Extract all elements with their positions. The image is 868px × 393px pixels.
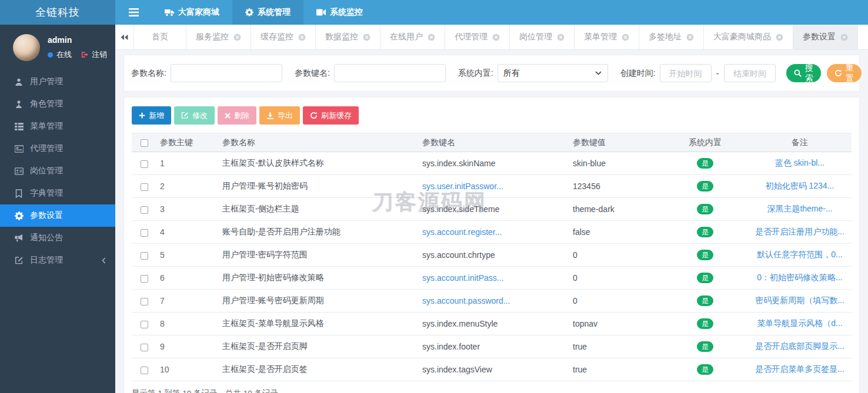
row-checkbox[interactable] [141, 344, 148, 351]
param-name-input[interactable] [171, 64, 282, 82]
tab-close-icon[interactable] [363, 33, 370, 41]
tab[interactable]: 岗位管理 [510, 25, 575, 49]
remark-link[interactable]: 初始化密码 1234... [766, 181, 834, 190]
add-button[interactable]: 新增 [132, 106, 171, 125]
table-row[interactable]: 4 账号自助-是否开启用户注册功能 sys.account.register..… [132, 221, 852, 244]
tab-close-icon[interactable] [428, 33, 435, 41]
row-checkbox[interactable] [141, 229, 148, 237]
tab-close-icon[interactable] [622, 33, 629, 41]
sidebar-item[interactable]: 通知公告 [0, 227, 115, 249]
edit-button[interactable]: 修改 [174, 106, 215, 125]
tab[interactable]: 菜单管理 [575, 25, 639, 49]
remark-link[interactable]: 密码更新周期（填写数... [755, 295, 844, 305]
edit-icon [14, 256, 24, 265]
tab-close-icon[interactable] [686, 33, 694, 41]
menu-list-icon [14, 123, 24, 130]
topnav-item[interactable]: 系统管理 [232, 0, 303, 25]
sidebar-toggle-button[interactable] [115, 0, 152, 25]
sidebar-item[interactable]: 角色管理 [0, 93, 115, 115]
param-id-cell: 7 [156, 290, 219, 313]
remark-link[interactable]: 深黑主题theme-... [767, 204, 832, 213]
remark-link[interactable]: 是否开启底部页脚显示... [755, 341, 844, 351]
start-time-input[interactable] [660, 64, 712, 82]
table-row[interactable]: 1 主框架页-默认皮肤样式名称 sys.index.skinName skin-… [132, 152, 852, 175]
sidebar-item[interactable]: 字典管理 [0, 182, 115, 204]
row-checkbox[interactable] [141, 275, 148, 283]
row-checkbox[interactable] [141, 367, 148, 374]
table-row[interactable]: 6 用户管理-初始密码修改策略 sys.account.initPass... … [132, 267, 852, 290]
end-time-input[interactable] [724, 64, 776, 82]
param-key-cell[interactable]: sys.account.password... [422, 296, 510, 305]
reset-button[interactable]: 重置 [827, 64, 862, 82]
tab-label: 代理管理 [455, 32, 488, 42]
export-button[interactable]: 导出 [259, 106, 300, 125]
sidebar-item[interactable]: 菜单管理 [0, 115, 115, 137]
tab[interactable]: 参数设置 [793, 25, 858, 49]
sidebar-item-label: 角色管理 [30, 99, 63, 109]
select-all-checkbox[interactable] [141, 139, 148, 147]
remark-link[interactable]: 是否开启菜单多页签显... [755, 364, 844, 374]
tab[interactable]: 缓存监控 [251, 25, 316, 49]
sidebar-item[interactable]: 日志管理 [0, 249, 115, 271]
sidebar-item-label: 通知公告 [30, 233, 63, 243]
tab[interactable]: 数据监控 [316, 25, 380, 49]
table-row[interactable]: 9 主框架页-是否开启页脚 sys.index.footer true 是 是否… [132, 335, 852, 358]
search-button[interactable]: 搜索 [786, 64, 821, 82]
tab[interactable]: 服务监控 [186, 25, 251, 49]
video-icon [316, 9, 326, 16]
row-checkbox[interactable] [141, 321, 148, 328]
tab-close-icon[interactable] [840, 33, 848, 41]
tab-close-icon[interactable] [776, 33, 783, 41]
row-checkbox[interactable] [141, 160, 148, 168]
row-checkbox[interactable] [141, 206, 148, 214]
tab-close-icon[interactable] [233, 33, 241, 41]
column-header: 参数名称 [219, 133, 419, 152]
refresh-cache-button[interactable]: 刷新缓存 [303, 106, 359, 125]
tab[interactable]: 在线用户 [380, 25, 445, 49]
tab[interactable]: 多签地址 [639, 25, 704, 49]
param-id-cell: 2 [156, 175, 219, 198]
row-checkbox[interactable] [141, 298, 148, 305]
row-checkbox[interactable] [141, 183, 148, 191]
double-arrow-left-icon [121, 34, 128, 41]
sidebar-item[interactable]: 用户管理 [0, 70, 115, 93]
table-row[interactable]: 5 用户管理-密码字符范围 sys.account.chrtype 0 是 默认… [132, 244, 852, 267]
param-key-input[interactable] [334, 64, 446, 82]
remark-link[interactable]: 蓝色 skin-bl... [775, 158, 824, 167]
avatar[interactable] [13, 34, 40, 61]
logout-button[interactable]: 注销 [81, 49, 107, 60]
sidebar-item-label: 日志管理 [30, 255, 63, 266]
table-row[interactable]: 2 用户管理-账号初始密码 sys.user.initPasswor... 12… [132, 175, 852, 198]
tab-close-icon[interactable] [492, 33, 500, 41]
param-key-cell: sys.index.menuStyle [422, 319, 498, 328]
table-row[interactable]: 3 主框架页-侧边栏主题 sys.index.sideTheme theme-d… [132, 198, 852, 221]
tab[interactable]: 代理管理 [445, 25, 510, 49]
topnav-item[interactable]: 大富家商城 [152, 0, 232, 25]
table-row[interactable]: 10 主框架页-是否开启页签 sys.index.tagsView true 是… [132, 358, 852, 381]
delete-button[interactable]: 删除 [218, 106, 256, 125]
sidebar-item[interactable]: 参数设置 [0, 204, 115, 227]
param-key-cell[interactable]: sys.user.initPasswor... [422, 182, 503, 191]
builtin-select[interactable]: 所有 [498, 64, 608, 82]
param-id-cell: 3 [156, 198, 219, 221]
tabs-scroll-left-button[interactable] [115, 25, 134, 49]
sidebar-item[interactable]: 代理管理 [0, 137, 115, 160]
sidebar-item[interactable]: 岗位管理 [0, 160, 115, 182]
user-panel: admin 在线 注销 [0, 25, 115, 68]
remark-link[interactable]: 是否开启注册用户功能... [755, 227, 844, 236]
tab[interactable]: 首页 [134, 25, 186, 49]
remark-link[interactable]: 0：初始密码修改策略... [757, 273, 842, 282]
tab[interactable]: 大富豪商城商品 [704, 25, 793, 49]
topnav-item[interactable]: 系统监控 [303, 0, 376, 25]
param-key-cell[interactable]: sys.account.initPass... [422, 273, 504, 283]
tab-close-icon[interactable] [557, 33, 565, 41]
param-key-cell[interactable]: sys.account.register... [422, 227, 502, 237]
table-row[interactable]: 8 主框架页-菜单导航显示风格 sys.index.menuStyle topn… [132, 313, 852, 335]
remark-link[interactable]: 菜单导航显示风格（d... [757, 318, 842, 328]
tab-label: 服务监控 [196, 32, 229, 42]
refresh-icon [834, 69, 842, 77]
table-row[interactable]: 7 用户管理-账号密码更新周期 sys.account.password... … [132, 290, 852, 313]
tab-close-icon[interactable] [298, 33, 306, 41]
remark-link[interactable]: 默认任意字符范围，0... [757, 250, 842, 259]
row-checkbox[interactable] [141, 252, 148, 260]
